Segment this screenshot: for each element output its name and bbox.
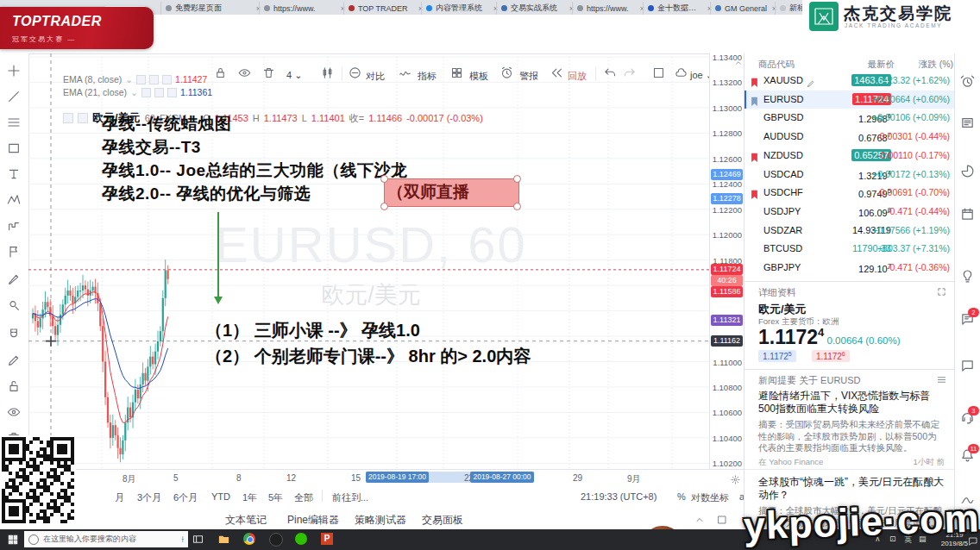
- watchlist-symbol[interactable]: XAUUSD: [763, 75, 803, 85]
- fib-icon[interactable]: [7, 116, 21, 133]
- powerpoint-icon[interactable]: P: [321, 533, 333, 545]
- news-menu-icon[interactable]: [937, 372, 946, 388]
- browser-tab[interactable]: 金十数据中心×: [643, 2, 716, 15]
- watchlist-symbol[interactable]: NZDUSD: [763, 150, 803, 160]
- browser-tab[interactable]: 免费彩星页面×: [160, 2, 265, 15]
- watchlist-row[interactable]: GBPJPY129.107-0.471 (-0.36%): [744, 259, 955, 278]
- eye-icon[interactable]: [141, 88, 151, 97]
- private-chat-icon[interactable]: [960, 359, 975, 377]
- goto-date-button[interactable]: 前往到...: [332, 491, 368, 504]
- watchlist-row[interactable]: NZDUSD0.65257-0.00110 (-0.17%): [744, 147, 955, 166]
- watchlist-symbol[interactable]: USDCAD: [763, 169, 803, 179]
- selection-handle[interactable]: [513, 203, 521, 210]
- browser-tab[interactable]: TOP TRADER×: [343, 2, 427, 15]
- hide-drawings-icon[interactable]: [7, 405, 21, 422]
- zoom-icon[interactable]: [7, 298, 21, 316]
- expand-icon[interactable]: [937, 284, 946, 300]
- browser-tab[interactable]: 内容管理系统×: [421, 2, 502, 15]
- collapse-panel-icon[interactable]: [694, 513, 705, 528]
- flag-icon[interactable]: [751, 76, 758, 91]
- task-view-icon[interactable]: [192, 533, 204, 549]
- data-window-icon[interactable]: [960, 116, 975, 134]
- watchlist-row[interactable]: XAUUSD1463.64+23.32 (+1.62%): [744, 72, 955, 91]
- magnet-icon[interactable]: [7, 328, 21, 345]
- watchlist-row[interactable]: EURUSD1.11724+0.00664 (+0.60%): [744, 91, 955, 109]
- watchlist-symbol[interactable]: USDCHF: [763, 187, 803, 197]
- calendar-icon[interactable]: [960, 207, 975, 225]
- watchlist-row[interactable]: BTCUSD11790.33+803.37 (+7.31%): [744, 240, 955, 259]
- watchlist-row[interactable]: USDZAR14.93119+0.17566 (+1.19%): [744, 222, 955, 241]
- selection-handle[interactable]: [513, 175, 521, 183]
- forecast-icon[interactable]: [7, 219, 21, 236]
- browser-tab[interactable]: 交易实战系统×: [496, 2, 578, 15]
- watchlist-symbol[interactable]: USDJPY: [763, 206, 801, 216]
- close-icon[interactable]: [167, 88, 177, 97]
- mic-icon[interactable]: ⟊: [181, 534, 184, 545]
- gear-icon[interactable]: [149, 75, 159, 84]
- range-tab[interactable]: 全部: [294, 491, 313, 504]
- xabcd-icon[interactable]: [7, 193, 21, 210]
- legend-collapse-icon[interactable]: [63, 113, 73, 123]
- maximize-panel-icon[interactable]: [717, 513, 727, 528]
- highlight-box[interactable]: （双师直播: [384, 178, 519, 207]
- flag-icon[interactable]: [751, 95, 758, 110]
- chart-plot-area[interactable]: EURUSD, 60 欧元/美元 欧元/美元 60 FXCM ⌄ O1.1145…: [28, 53, 710, 469]
- panel-tab-2[interactable]: 策略测试器: [355, 513, 406, 528]
- ema21-row[interactable]: EMA (21, close) ⌄ 1.11361: [63, 87, 212, 97]
- alerts-icon[interactable]: [960, 74, 975, 92]
- gear-icon[interactable]: [154, 88, 164, 97]
- edit-pencil-icon[interactable]: [807, 76, 815, 91]
- ideas-icon[interactable]: [960, 269, 975, 287]
- browser-tab[interactable]: https://www.×: [259, 2, 349, 15]
- watchlist-symbol[interactable]: GBPJPY: [763, 262, 801, 272]
- panel-tab-1[interactable]: Pine编辑器: [287, 513, 339, 528]
- watchlist-row[interactable]: USDCAD1.32194+0.00172 (+0.13%): [744, 166, 955, 184]
- panel-tab-3[interactable]: 交易面板: [422, 513, 463, 528]
- axis-collapse-icon[interactable]: [734, 55, 743, 71]
- obs-icon[interactable]: [269, 533, 283, 547]
- crosshair-icon[interactable]: [7, 64, 21, 81]
- watchlist-symbol[interactable]: EURUSD: [763, 94, 803, 104]
- bid-chip[interactable]: 1.11725: [758, 350, 796, 362]
- watchlist-row[interactable]: USDCHF0.97495-0.00691 (-0.70%): [744, 184, 955, 203]
- selection-handle[interactable]: [380, 203, 388, 210]
- log-scale-button[interactable]: 对数坐标: [691, 491, 729, 504]
- brush-icon[interactable]: [7, 272, 21, 290]
- unlock-icon[interactable]: [7, 379, 21, 397]
- close-icon[interactable]: [162, 75, 172, 84]
- hotlists-icon[interactable]: [960, 164, 975, 182]
- news-item-title[interactable]: 避险情绪升温下，VIX恐慌指数与标普500指数面临重大转换风险: [758, 390, 945, 416]
- flag-icon[interactable]: [751, 151, 758, 166]
- flag-icon[interactable]: [751, 188, 758, 203]
- legend-chart-icon[interactable]: [78, 113, 88, 123]
- range-tab[interactable]: 6个月: [173, 491, 198, 504]
- price-axis[interactable]: 1.134001.132001.130001.128001.126001.124…: [709, 53, 744, 469]
- watchlist-symbol[interactable]: AUDUSD: [763, 131, 803, 141]
- range-tab[interactable]: 3个月: [137, 491, 161, 504]
- watchlist-symbol[interactable]: BTCUSD: [763, 243, 802, 253]
- ema8-label[interactable]: EMA (8, close): [63, 74, 122, 84]
- range-tab[interactable]: 月: [115, 491, 124, 504]
- percent-scale-button[interactable]: %: [677, 491, 686, 502]
- watchlist-row[interactable]: AUDUSD0.67687-0.00301 (-0.44%): [744, 128, 955, 147]
- panel-tab-0[interactable]: 文本笔记: [225, 513, 267, 528]
- browser-tab[interactable]: GM General×: [710, 2, 781, 15]
- selection-handle[interactable]: [380, 175, 388, 183]
- range-tab[interactable]: 1年: [242, 491, 257, 504]
- eye-icon[interactable]: [136, 75, 146, 84]
- chevron-down-icon[interactable]: ⌄: [125, 74, 133, 84]
- watchlist-row[interactable]: USDJPY106.098-0.471 (-0.44%): [744, 203, 955, 222]
- flag-tool-icon[interactable]: [7, 245, 21, 262]
- watchlist-symbol[interactable]: USDZAR: [763, 225, 802, 235]
- browser-tab[interactable]: https://www.×: [572, 2, 649, 15]
- watchlist-row[interactable]: GBPUSD1.29686+0.00106 (+0.09%): [744, 109, 955, 128]
- wechat-icon[interactable]: [295, 533, 307, 545]
- chrome-icon[interactable]: [243, 533, 255, 545]
- file-explorer-icon[interactable]: [217, 533, 230, 549]
- shapes-icon[interactable]: [7, 141, 21, 159]
- trendline-icon[interactable]: [7, 90, 21, 107]
- time-axis[interactable]: 8月58121522299月2019-08-19 17:002019-08-27…: [28, 469, 744, 485]
- taskbar-search[interactable]: 在这里输入你要搜索的内容 ⟊: [24, 531, 188, 547]
- chevron-down-icon[interactable]: ⌄: [130, 87, 138, 97]
- ema21-label[interactable]: EMA (21, close): [63, 87, 127, 97]
